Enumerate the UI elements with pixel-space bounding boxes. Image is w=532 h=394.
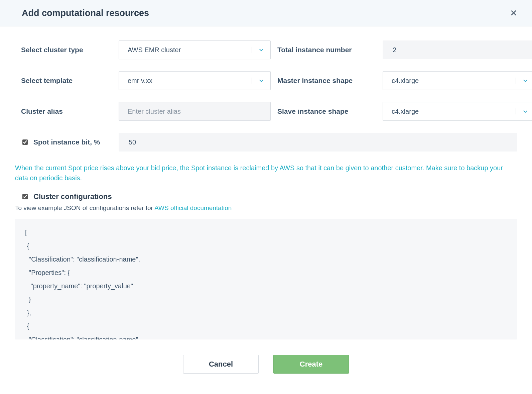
spot-value: 50	[129, 138, 136, 146]
modal-footer: Cancel Create	[15, 339, 517, 374]
master-shape-select[interactable]: c4.xlarge	[383, 71, 532, 90]
cluster-config-textarea[interactable]: [ { "Classification": "classification-na…	[15, 219, 517, 339]
chevron-down-icon	[516, 108, 532, 114]
modal-header: Add computational resources ✕	[0, 0, 532, 26]
cluster-config-header: Cluster configurations	[15, 192, 517, 201]
template-label: Select template	[15, 77, 112, 85]
alias-label: Cluster alias	[15, 107, 112, 115]
cluster-config-subtext: To view example JSON of configurations r…	[15, 204, 517, 212]
aws-docs-link[interactable]: AWS official documentation	[154, 204, 232, 211]
cancel-button[interactable]: Cancel	[183, 355, 259, 374]
cluster-config-title: Cluster configurations	[33, 192, 112, 201]
close-icon: ✕	[510, 8, 517, 18]
master-shape-label: Master instance shape	[277, 77, 376, 85]
total-instance-value: 2	[393, 46, 396, 54]
chevron-down-icon	[516, 78, 532, 84]
spot-checkbox[interactable]	[22, 139, 28, 145]
total-instance-label: Total instance number	[277, 46, 376, 54]
cluster-type-select[interactable]: AWS EMR cluster	[119, 40, 271, 59]
create-button[interactable]: Create	[273, 355, 349, 374]
modal-title: Add computational resources	[22, 8, 149, 18]
close-button[interactable]: ✕	[509, 7, 519, 19]
slave-shape-select[interactable]: c4.xlarge	[383, 102, 532, 121]
spot-value-input[interactable]: 50	[119, 133, 517, 152]
cluster-type-label: Select cluster type	[15, 46, 112, 54]
template-value: emr v.xx	[119, 77, 252, 85]
spot-info-text: When the current Spot price rises above …	[15, 163, 517, 183]
chevron-down-icon	[252, 78, 270, 84]
spot-label: Spot instance bit, %	[33, 138, 100, 146]
spot-row: Spot instance bit, % 50	[15, 133, 517, 152]
spot-label-wrap: Spot instance bit, %	[15, 138, 119, 146]
form-grid: Select cluster type AWS EMR cluster Tota…	[15, 40, 517, 121]
slave-shape-value: c4.xlarge	[383, 108, 516, 115]
alias-placeholder: Enter cluster alias	[128, 108, 181, 115]
chevron-down-icon	[252, 47, 270, 53]
modal-body: Select cluster type AWS EMR cluster Tota…	[0, 26, 532, 374]
cluster-config-sub-prefix: To view example JSON of configurations r…	[15, 204, 154, 211]
cluster-config-checkbox[interactable]	[22, 194, 28, 199]
alias-input[interactable]: Enter cluster alias	[119, 102, 271, 121]
slave-shape-label: Slave instance shape	[277, 107, 376, 115]
total-instance-input[interactable]: 2	[383, 40, 532, 59]
template-select[interactable]: emr v.xx	[119, 71, 271, 90]
master-shape-value: c4.xlarge	[383, 77, 516, 85]
cluster-type-value: AWS EMR cluster	[119, 46, 252, 54]
